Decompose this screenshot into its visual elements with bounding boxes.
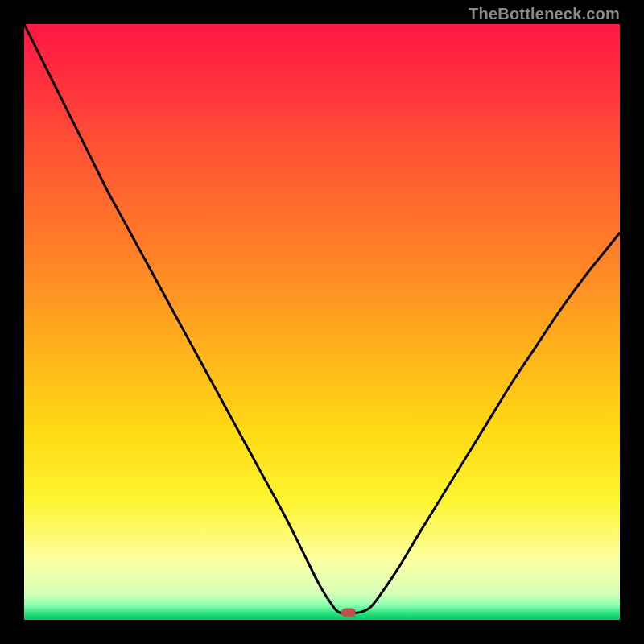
curve-layer	[24, 24, 620, 620]
plot-area	[24, 24, 620, 620]
optimum-marker	[341, 609, 356, 617]
bottleneck-curve	[24, 24, 620, 613]
watermark-label: TheBottleneck.com	[469, 5, 620, 23]
chart-frame: TheBottleneck.com	[0, 0, 644, 644]
